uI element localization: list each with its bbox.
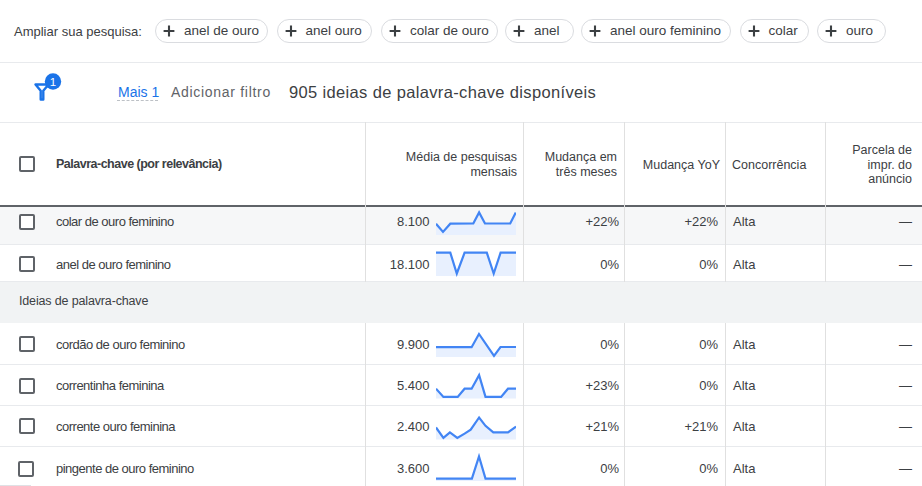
- svg-text:1: 1: [50, 76, 56, 88]
